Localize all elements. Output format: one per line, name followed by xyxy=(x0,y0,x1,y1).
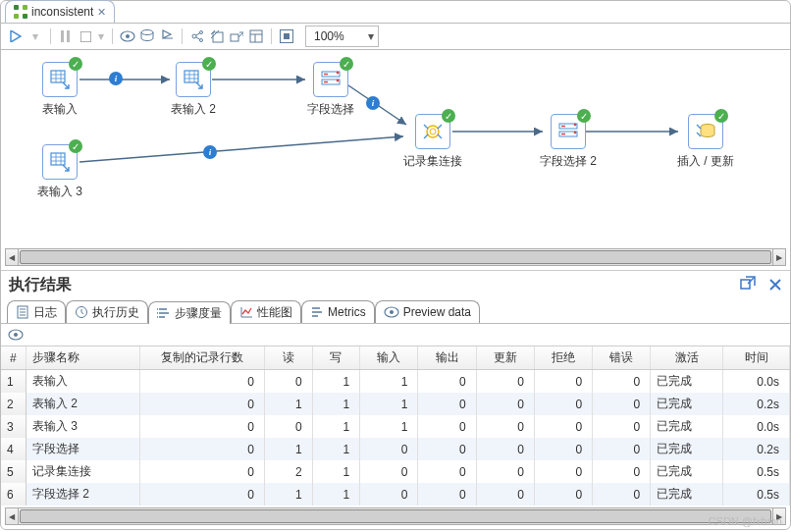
step-metrics-icon xyxy=(157,306,171,320)
svg-rect-0 xyxy=(61,30,64,42)
col-copied[interactable]: 复制的记录行数 xyxy=(140,346,265,370)
zoom-fit-icon[interactable] xyxy=(278,27,295,45)
tab-log[interactable]: 日志 xyxy=(7,300,66,323)
detach-icon[interactable] xyxy=(740,276,756,292)
col-updated[interactable]: 更新 xyxy=(476,346,534,370)
svg-point-33 xyxy=(390,310,394,314)
step-label: 记录集连接 xyxy=(403,153,462,170)
step-label: 字段选择 xyxy=(307,101,354,118)
tab-metrics[interactable]: Metrics xyxy=(301,300,375,323)
col-input[interactable]: 输入 xyxy=(360,346,418,370)
run-options-icon[interactable]: ▾ xyxy=(26,27,44,45)
table-row[interactable]: 1表输入00110000已完成0.0s xyxy=(1,370,790,394)
check-icon[interactable] xyxy=(208,27,226,45)
status-ok-icon: ✓ xyxy=(577,109,591,123)
app-logo-icon xyxy=(14,5,27,19)
log-icon xyxy=(16,305,29,319)
history-icon xyxy=(75,305,88,319)
svg-rect-20 xyxy=(51,71,65,82)
info-badge-icon: i xyxy=(203,145,217,159)
chart-line-icon xyxy=(239,305,253,319)
col-name[interactable]: 步骤名称 xyxy=(26,346,139,370)
results-panel-icon[interactable] xyxy=(247,27,265,45)
tab-title: inconsistent xyxy=(31,5,93,19)
svg-line-17 xyxy=(79,136,403,162)
grid-scrollbar[interactable]: ◀▶ xyxy=(5,507,786,525)
svg-rect-21 xyxy=(185,71,198,82)
app-window: inconsistent ✕ ▾ ▾ 100%▾ xyxy=(0,0,791,530)
tab-step-metrics[interactable]: 步骤度量 xyxy=(148,301,231,324)
impact-analysis-icon[interactable] xyxy=(188,27,206,45)
pause-button[interactable] xyxy=(57,27,75,45)
step-merge-join[interactable]: ✓ 记录集连接 xyxy=(394,114,472,170)
svg-rect-29 xyxy=(741,280,750,289)
watermark: CSDN @fxhmn xyxy=(709,515,782,527)
tab-preview-data[interactable]: Preview data xyxy=(375,300,480,323)
filter-bar xyxy=(1,324,790,346)
step-table-input-2[interactable]: ✓ 表输入 2 xyxy=(154,62,233,118)
step-label: 表输入 2 xyxy=(171,101,216,118)
step-select-values-2[interactable]: ✓ 字段选择 2 xyxy=(529,114,607,170)
stop-button[interactable] xyxy=(77,27,94,45)
svg-rect-13 xyxy=(284,33,290,39)
result-tabs: 日志 执行历史 步骤度量 性能图 Metrics Preview data xyxy=(1,299,790,324)
status-ok-icon: ✓ xyxy=(69,139,82,153)
col-time[interactable]: 时间 xyxy=(723,346,790,370)
table-row[interactable]: 2表输入 201110000已完成0.2s xyxy=(1,393,790,415)
table-row[interactable]: 4字段选择01100000已完成0.2s xyxy=(1,438,790,460)
flow-canvas[interactable]: i i i ✓ 表输入 ✓ 表输入 2 ✓ 字段选择 ✓ 表输入 3 ✓ 记录集… xyxy=(1,50,790,246)
col-write[interactable]: 写 xyxy=(312,346,360,370)
table-header: # 步骤名称 复制的记录行数 读 写 输入 输出 更新 拒绝 错误 激活 时间 xyxy=(1,346,790,370)
status-ok-icon: ✓ xyxy=(714,109,728,123)
step-label: 字段选择 2 xyxy=(540,153,597,170)
zoom-value: 100% xyxy=(314,29,344,43)
col-index[interactable]: # xyxy=(1,346,26,370)
col-errors[interactable]: 错误 xyxy=(593,346,651,370)
show-all-icon[interactable] xyxy=(7,326,25,344)
eye-icon xyxy=(384,306,399,318)
svg-point-5 xyxy=(141,30,153,35)
svg-rect-11 xyxy=(250,30,262,42)
table-row[interactable]: 6字段选择 201100000已完成0.5s xyxy=(1,483,790,505)
tab-perf[interactable]: 性能图 xyxy=(231,300,301,323)
svg-point-6 xyxy=(192,34,196,38)
col-active[interactable]: 激活 xyxy=(651,346,723,370)
col-read[interactable]: 读 xyxy=(265,346,313,370)
canvas-scrollbar[interactable]: ◀▶ xyxy=(5,248,786,266)
step-insert-update[interactable]: ✓ 插入 / 更新 xyxy=(666,114,745,170)
stop-options-icon[interactable]: ▾ xyxy=(96,27,106,45)
step-label: 插入 / 更新 xyxy=(677,153,734,170)
step-select-values[interactable]: ✓ 字段选择 xyxy=(291,62,370,118)
status-ok-icon: ✓ xyxy=(202,57,216,71)
editor-tab[interactable]: inconsistent ✕ xyxy=(5,0,115,23)
step-table-input[interactable]: ✓ 表输入 xyxy=(21,62,99,118)
run-button[interactable] xyxy=(7,27,25,45)
sniff-icon[interactable] xyxy=(228,27,245,45)
results-panel-title: 执行结果 xyxy=(1,270,790,299)
info-badge-icon: i xyxy=(109,72,123,85)
tab-close-icon[interactable]: ✕ xyxy=(97,6,106,19)
table-row[interactable]: 5记录集连接02100000已完成0.5s xyxy=(1,460,790,483)
sql-icon[interactable] xyxy=(158,27,176,45)
col-rejected[interactable]: 拒绝 xyxy=(534,346,592,370)
step-label: 表输入 3 xyxy=(37,184,82,200)
toolbar: ▾ ▾ 100%▾ xyxy=(1,23,790,50)
close-panel-icon[interactable] xyxy=(768,278,782,292)
col-output[interactable]: 输出 xyxy=(418,346,476,370)
svg-point-4 xyxy=(126,34,130,38)
database-explorer-icon[interactable] xyxy=(138,27,156,45)
step-table-input-3[interactable]: ✓ 表输入 3 xyxy=(21,144,99,200)
svg-rect-1 xyxy=(67,30,70,42)
tab-history[interactable]: 执行历史 xyxy=(66,300,148,323)
table-row[interactable]: 3表输入 300110000已完成0.0s xyxy=(1,415,790,438)
svg-point-35 xyxy=(14,333,18,337)
status-ok-icon: ✓ xyxy=(442,109,455,123)
metrics-table: # 步骤名称 复制的记录行数 读 写 输入 输出 更新 拒绝 错误 激活 时间 … xyxy=(1,346,790,505)
zoom-select[interactable]: 100%▾ xyxy=(305,26,379,47)
svg-rect-24 xyxy=(51,153,65,165)
preview-icon[interactable] xyxy=(119,27,136,45)
svg-rect-10 xyxy=(231,34,238,41)
bars-icon xyxy=(310,305,324,319)
status-ok-icon: ✓ xyxy=(340,57,353,71)
status-ok-icon: ✓ xyxy=(69,57,82,71)
